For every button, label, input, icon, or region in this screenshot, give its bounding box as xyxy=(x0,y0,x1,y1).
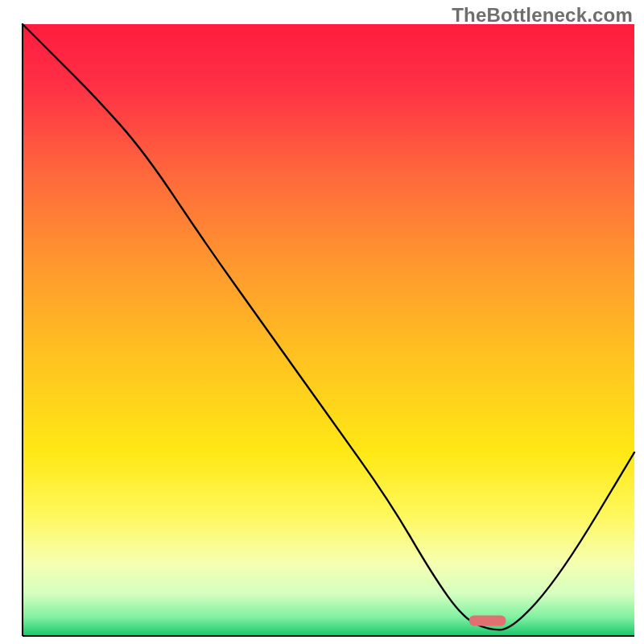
plot-background xyxy=(23,24,634,636)
optimal-marker xyxy=(469,616,506,626)
bottleneck-chart xyxy=(0,0,644,644)
chart-container: TheBottleneck.com xyxy=(0,0,644,644)
